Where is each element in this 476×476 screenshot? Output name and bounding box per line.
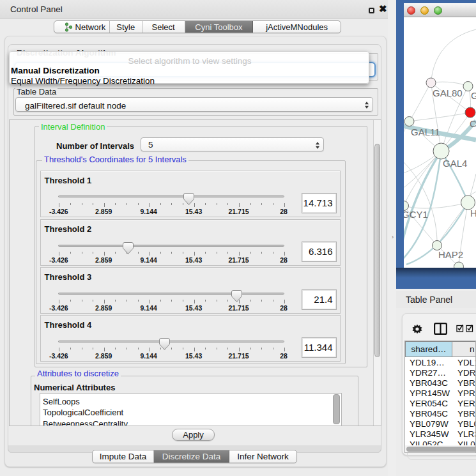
svg-text:HAP2: HAP2 xyxy=(438,249,463,260)
svg-text:H: H xyxy=(470,208,476,219)
svg-text:C: C xyxy=(470,118,476,129)
svg-text:GAL4: GAL4 xyxy=(443,158,467,169)
svg-text:G: G xyxy=(471,90,476,101)
svg-text:GAL80: GAL80 xyxy=(433,88,463,98)
svg-text:GCY1: GCY1 xyxy=(404,209,428,220)
svg-text:GAL11: GAL11 xyxy=(411,127,440,137)
